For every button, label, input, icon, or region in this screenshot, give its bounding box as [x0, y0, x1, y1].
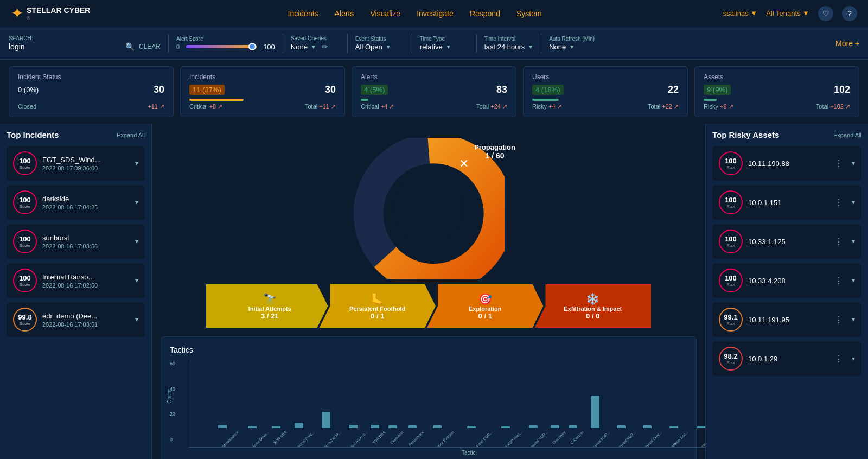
nav-respond[interactable]: Respond	[470, 9, 500, 18]
bar-col-0: Reconnaissance	[208, 425, 237, 434]
incident-item-1[interactable]: 100 Score darkside 2022-08-16 17:04:25 ▾	[7, 185, 145, 220]
toolbar-divider-4	[412, 34, 412, 53]
stat-card-alerts[interactable]: Alerts 4 (5%) 83 Critical +4 ↗ Total +24…	[352, 66, 516, 117]
tactics-chart-area: 60 40 20 0 Reconnaissance	[170, 361, 687, 456]
clear-button[interactable]: CLEAR	[139, 43, 161, 50]
bar-col-18: Privilege Esc...	[661, 426, 686, 434]
incident-name-4: edr_demo (Dee...	[42, 312, 130, 320]
center-panel: ✕ Propagation 1 / 60 🔭 Initial Attempts …	[152, 124, 705, 459]
killchain-step-1[interactable]: 🦶 Persistent Foothold 0 / 1	[320, 284, 436, 328]
killchain-step-2[interactable]: 🎯 Exploration 0 / 1	[427, 284, 544, 328]
bar-label-17: Internal Cred...	[642, 430, 663, 448]
stat-sub2-users: Total +22 ↗	[648, 103, 679, 110]
asset-menu-icon-2[interactable]: ⋮	[834, 237, 843, 247]
asset-menu-icon-1[interactable]: ⋮	[834, 197, 843, 208]
stat-card-incidents[interactable]: Incidents 11 (37%) 30 Critical +8 ↗ Tota…	[180, 66, 345, 117]
stat-card-users[interactable]: Users 4 (18%) 22 Risky +4 ↗ Total +22 ↗	[523, 66, 688, 117]
incident-info-3: Internal Ranso... 2022-08-16 17:02:50	[42, 273, 130, 289]
saved-queries-control[interactable]: Saved Queries None ▼ ✏	[291, 35, 340, 51]
incident-item-3[interactable]: 100 Score Internal Ranso... 2022-08-16 1…	[7, 263, 145, 298]
stat-title-incident-status: Incident Status	[18, 73, 164, 81]
search-input[interactable]	[9, 42, 121, 51]
incidents-expand-all[interactable]: Expand All	[117, 132, 145, 138]
logo-star-icon: ✦	[11, 4, 23, 22]
incident-info-4: edr_demo (Dee... 2022-08-16 17:03:51	[42, 312, 130, 328]
bar-label-16: Internal XDR...	[616, 430, 636, 448]
incident-score-val-0: 100	[19, 157, 31, 165]
asset-score-lbl-2: Risk	[726, 243, 735, 248]
time-interval-control[interactable]: Time Interval last 24 hours ▼	[484, 36, 533, 51]
asset-chevron-5: ▾	[852, 355, 855, 362]
asset-score-badge-1: 100 Risk	[719, 190, 743, 214]
asset-score-val-1: 100	[725, 196, 737, 204]
logo-sub: ®	[27, 15, 90, 21]
logo: ✦ STELLAR CYBER ®	[11, 4, 90, 22]
incident-item-2[interactable]: 100 Score sunburst 2022-08-16 17:03:56 ▾	[7, 224, 145, 259]
stat-sub2: +11 ↗	[148, 103, 164, 110]
bar-label-12: Internal XDR...	[528, 430, 548, 448]
stat-card-assets[interactable]: Assets 9 (9%) 102 Risky +9 ↗ Total +102 …	[694, 66, 859, 117]
asset-item-4[interactable]: 99.1 Risk 10.11.191.95 ⋮ ▾	[712, 302, 861, 337]
bar-col-1: Resource Deve...	[238, 426, 267, 434]
incident-item-4[interactable]: 99.8 Score edr_demo (Dee... 2022-08-16 1…	[7, 302, 145, 337]
tactics-chart-main: 60 40 20 0 Reconnaissance	[170, 361, 705, 456]
killchain-step-0[interactable]: 🔭 Initial Attempts 3 / 21	[206, 284, 328, 328]
incident-chevron-0: ▾	[135, 160, 138, 167]
asset-item-3[interactable]: 100 Risk 10.33.4.208 ⋮ ▾	[712, 263, 861, 298]
stat-sub1-label: Closed	[18, 103, 36, 110]
stat-card-incident-status[interactable]: Incident Status 0 (0%) 30 Closed +11 ↗	[9, 66, 174, 117]
stat-sub2-incidents: Total +11 ↗	[305, 103, 336, 110]
bar-col-11: EDR XDR Intel...	[492, 426, 520, 434]
incident-item-0[interactable]: 100 Score FGT_SDS_Wind... 2022-08-17 09:…	[7, 146, 145, 181]
asset-menu-icon-4[interactable]: ⋮	[834, 315, 843, 325]
time-type-arrow-icon: ▼	[446, 44, 451, 50]
bar-7	[388, 425, 397, 428]
asset-item-1[interactable]: 100 Risk 10.0.1.151 ⋮ ▾	[712, 185, 861, 220]
nav-tenant[interactable]: All Tenants ▼	[766, 9, 809, 17]
alert-score-thumb[interactable]	[248, 43, 256, 50]
asset-score-val-5: 98.2	[724, 352, 737, 360]
stat-sub-assets: Risky +9 ↗ Total +102 ↗	[704, 103, 850, 110]
incident-info-0: FGT_SDS_Wind... 2022-08-17 09:36:00	[42, 156, 130, 171]
nav-question-icon[interactable]: ?	[842, 6, 857, 21]
stat-sub-alerts: Critical +4 ↗ Total +24 ↗	[361, 103, 507, 110]
asset-item-0[interactable]: 100 Risk 10.11.190.88 ⋮ ▾	[712, 146, 861, 181]
nav-incidents[interactable]: Incidents	[288, 9, 318, 18]
asset-name-2: 10.33.1.125	[748, 238, 829, 246]
time-interval-value-row: last 24 hours ▼	[484, 43, 533, 51]
nav-user[interactable]: ssalinas ▼	[723, 9, 757, 17]
killchain-step-3[interactable]: ❄️ Exfiltration & Impact 0 / 0	[535, 284, 652, 328]
bar-col-4: External XDR...	[313, 412, 339, 434]
bar-col-19: Lateral Movem...	[687, 426, 705, 434]
incident-date-3: 2022-08-16 17:02:50	[42, 282, 130, 289]
search-icon[interactable]: 🔍	[125, 42, 135, 51]
nav-alerts[interactable]: Alerts	[335, 9, 354, 18]
event-status-control[interactable]: Event Status All Open ▼	[355, 36, 404, 51]
asset-item-2[interactable]: 100 Risk 10.33.1.125 ⋮ ▾	[712, 224, 861, 259]
asset-name-1: 10.0.1.151	[748, 199, 829, 207]
assets-expand-all[interactable]: Expand All	[833, 132, 861, 138]
bar-2	[272, 426, 280, 428]
nav-help-icon[interactable]: ♡	[818, 6, 833, 21]
stat-main-alerts: 4 (5%) 83	[361, 84, 507, 95]
toolbar-divider-2	[283, 34, 283, 53]
time-type-label: Time Type	[420, 36, 445, 42]
time-type-control[interactable]: Time Type relative ▼	[420, 36, 469, 51]
left-panel-incidents: Top Incidents Expand All 100 Score FGT_S…	[0, 124, 152, 459]
nav-system[interactable]: System	[516, 9, 542, 18]
donut-area: ✕ Propagation 1 / 60	[336, 132, 521, 284]
saved-queries-edit-icon[interactable]: ✏	[322, 42, 328, 51]
auto-refresh-control[interactable]: Auto Refresh (Min) None ▼	[549, 36, 598, 51]
nav-investigate[interactable]: Investigate	[417, 9, 454, 18]
y-label-20: 20	[170, 411, 186, 417]
nav-visualize[interactable]: Visualize	[370, 9, 400, 18]
asset-menu-icon-3[interactable]: ⋮	[834, 276, 843, 286]
asset-menu-icon-0[interactable]: ⋮	[834, 158, 843, 169]
asset-name-0: 10.11.190.88	[748, 160, 829, 168]
bar-label-4: External XDR...	[321, 430, 342, 448]
alert-score-track[interactable]	[186, 45, 257, 48]
stat-count-users: 22	[668, 84, 679, 95]
asset-item-5[interactable]: 98.2 Risk 10.0.1.29 ⋮ ▾	[712, 341, 861, 376]
asset-menu-icon-5[interactable]: ⋮	[834, 354, 843, 364]
more-button[interactable]: More +	[835, 39, 859, 48]
